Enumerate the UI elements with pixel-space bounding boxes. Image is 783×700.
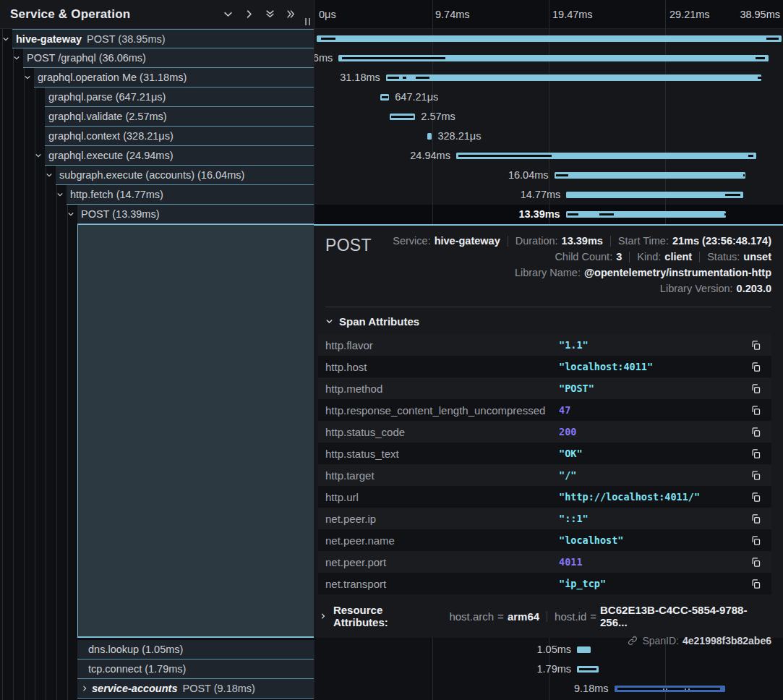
span-tree-row-inner: graphql.operation Me (31.18ms) (34, 68, 314, 88)
attribute-row: net.peer.ip"::1" (318, 508, 771, 529)
copy-icon-button[interactable] (747, 403, 764, 417)
copy-icon-button[interactable] (747, 490, 764, 504)
span-tree-row[interactable]: POST (13.39ms) (0, 205, 314, 224)
span-tree-row-inner: subgraph.execute (accounts) (16.04ms) (56, 166, 314, 185)
chevron-down-icon[interactable] (46, 171, 53, 179)
attribute-key: net.peer.port (318, 556, 559, 568)
bar-duration-label: 328.21μs (437, 127, 481, 146)
span-duration-bar[interactable] (577, 646, 591, 653)
resource-attributes-title: Resource Attributes: (333, 604, 440, 628)
double-chevron-down-icon[interactable] (265, 9, 275, 20)
span-tree-row[interactable]: subgraph.execute (accounts) (16.04ms) (0, 166, 314, 185)
span-duration-bar[interactable] (338, 55, 769, 61)
meta-value: unset (743, 251, 771, 262)
panel-resize-handle[interactable] (305, 18, 310, 25)
link-icon[interactable] (628, 636, 638, 646)
span-tree-row[interactable]: dns.lookup (1.05ms) (0, 640, 314, 660)
span-duration-bar[interactable] (577, 666, 599, 673)
copy-icon-button[interactable] (747, 468, 764, 482)
meta-separator (699, 252, 700, 262)
attribute-row: net.peer.name"localhost" (318, 529, 771, 551)
timeline-row: 14.77ms (314, 185, 783, 205)
copy-icon-button[interactable] (747, 338, 764, 352)
chevron-right-icon (320, 612, 327, 620)
span-label: http.fetch (14.77ms) (70, 189, 163, 200)
copy-icon-button[interactable] (747, 511, 764, 526)
chevron-down-icon[interactable] (24, 74, 31, 81)
span-label: service-accountsPOST (9.18ms) (92, 683, 255, 694)
span-tree-row[interactable]: graphql.validate (2.57ms) (0, 107, 314, 127)
copy-icon-button[interactable] (747, 446, 764, 461)
chevron-down-icon (325, 317, 333, 325)
bar-tick (416, 77, 429, 79)
span-duration-bar[interactable] (456, 153, 756, 159)
resource-separator (547, 611, 547, 622)
meta-separator (508, 236, 508, 247)
timeline-row-inner: 14.77ms (317, 185, 782, 205)
chevron-down-icon[interactable] (67, 210, 74, 218)
copy-icon-button[interactable] (747, 359, 764, 374)
bar-duration-label: 24.94ms (410, 146, 450, 166)
span-label: graphql.validate (2.57ms) (48, 111, 167, 122)
span-tree-row[interactable]: graphql.parse (647.21μs) (0, 88, 314, 107)
span-label: POST (13.39ms) (81, 208, 160, 220)
bar-duration-label: 9.18ms (574, 679, 609, 699)
chevron-down-icon[interactable] (223, 9, 234, 20)
span-attributes-section-header[interactable]: Span Attributes (325, 315, 771, 328)
span-tree-row[interactable]: service-accountsPOST (9.18ms) (0, 679, 314, 699)
span-duration-bar[interactable] (386, 74, 762, 81)
chevron-right-icon[interactable] (244, 9, 254, 20)
chevron-down-icon[interactable] (56, 191, 64, 198)
span-duration-bar[interactable] (427, 133, 432, 140)
meta-label: Child Count: (555, 251, 612, 262)
attribute-value: "::1" (559, 513, 747, 524)
span-tree-row-inner: graphql.context (328.21μs) (45, 127, 314, 146)
service-name: hive-gateway (16, 33, 82, 45)
copy-icon-button[interactable] (747, 381, 764, 396)
copy-icon-button[interactable] (747, 576, 764, 591)
selected-span-subtree-region (77, 224, 314, 638)
resource-value: BC62E13B-C4CC-5854-9788-256... (600, 604, 771, 628)
chevron-down-icon[interactable] (2, 35, 9, 43)
copy-icon-button[interactable] (747, 533, 764, 547)
double-chevron-right-icon[interactable] (286, 9, 296, 20)
span-tree-row-inner: service-accountsPOST (9.18ms) (77, 679, 314, 699)
attribute-key: http.url (318, 491, 559, 503)
span-tree-row[interactable]: graphql.execute (24.94ms) (0, 146, 314, 166)
span-tree-row-inner: hive-gatewayPOST (38.95ms) (12, 29, 314, 48)
copy-icon-button[interactable] (747, 555, 764, 569)
span-label: subgraph.execute (accounts) (16.04ms) (59, 169, 244, 181)
attribute-value: "http://localhost:4011/" (559, 491, 747, 503)
attribute-key: http.target (318, 469, 559, 482)
span-tree-row[interactable]: http.fetch (14.77ms) (0, 185, 314, 205)
timeline-row: 1.79ms (314, 660, 783, 679)
bar-duration-label: 13.39ms (518, 205, 560, 224)
chevron-right-icon[interactable] (81, 685, 88, 692)
chevron-down-icon[interactable] (13, 54, 20, 61)
span-tree-row[interactable]: graphql.context (328.21μs) (0, 127, 314, 146)
bar-tick (382, 96, 388, 98)
span-tree-row[interactable]: POST /graphql (36.06ms) (0, 48, 314, 68)
span-tree-row[interactable]: graphql.operation Me (31.18ms) (0, 68, 314, 88)
span-duration-bar[interactable] (555, 172, 746, 179)
bar-tick (617, 688, 720, 690)
attribute-key: http.flavor (318, 339, 559, 351)
chevron-down-icon[interactable] (35, 152, 42, 159)
span-duration-bar[interactable] (566, 192, 743, 198)
timeline-tick-label: 38.95ms (740, 0, 780, 29)
span-duration-bar[interactable] (615, 686, 725, 692)
span-label: tcp.connect (1.79ms) (88, 663, 186, 675)
span-tree-row[interactable]: hive-gatewayPOST (38.95ms) (0, 29, 314, 48)
span-detail-panel: POST Service:hive-gatewayDuration:13.39m… (314, 224, 783, 638)
span-label: POST /graphql (36.06ms) (27, 52, 146, 64)
span-duration-bar[interactable] (390, 114, 415, 120)
bar-tick (568, 213, 579, 215)
resource-attributes-row[interactable]: Resource Attributes: host.arch=arm64host… (320, 604, 771, 628)
attribute-row: http.status_code200 (318, 421, 771, 443)
span-label: graphql.parse (647.21μs) (48, 91, 166, 103)
copy-icon-button[interactable] (747, 424, 764, 439)
span-tree-row[interactable]: tcp.connect (1.79ms) (0, 660, 314, 679)
span-duration-bar[interactable] (566, 211, 727, 218)
span-duration-bar[interactable] (317, 35, 782, 42)
span-duration-bar[interactable] (380, 94, 389, 101)
